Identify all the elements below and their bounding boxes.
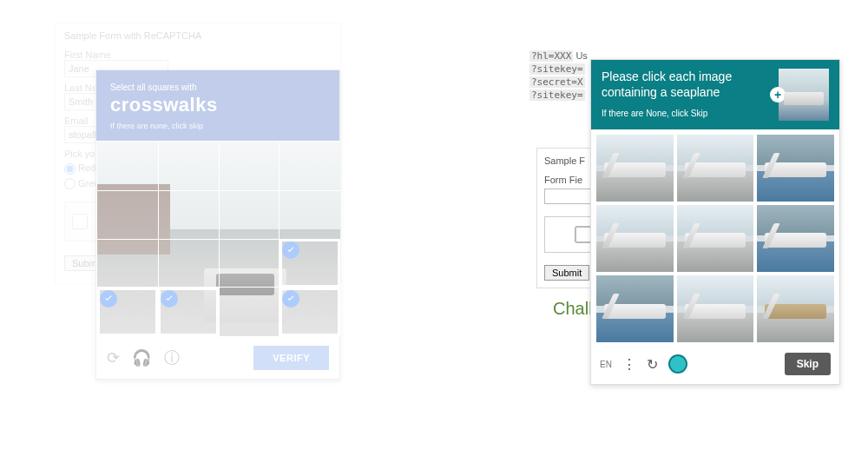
grid-cell[interactable] [158,142,219,190]
grid-cell[interactable] [158,288,219,336]
recaptcha-prompt: Select all squares with crosswalks If th… [96,70,339,141]
grid-cell[interactable] [97,142,158,190]
challenge-heading: Chall [553,299,593,319]
captcha-tile[interactable] [757,275,834,342]
captcha-badge-icon[interactable] [668,354,687,374]
grid-cell[interactable] [279,288,340,336]
grid-cell[interactable] [219,239,279,288]
recaptcha-footer: ⟳ 🎧 ⓘ VERIFY [96,337,339,379]
refresh-icon[interactable]: ⟳ [107,348,120,367]
image-captcha-grid [591,129,839,347]
grid-cell[interactable] [158,190,219,239]
image-captcha-prompt: Please click each image containing a sea… [591,60,839,129]
color-radio-red[interactable] [64,163,76,175]
recaptcha-checkbox-icon[interactable] [72,214,88,229]
menu-icon[interactable]: ⋮ [622,356,636,373]
image-captcha-challenge: Please click each image containing a sea… [590,59,840,385]
zoom-icon[interactable]: + [770,87,786,103]
grid-cell[interactable] [97,288,158,336]
color-radio-green[interactable] [64,178,76,189]
grid-cell[interactable] [219,190,279,239]
grid-cell[interactable] [97,239,158,288]
captcha-tile[interactable] [596,135,674,202]
grid-cell[interactable] [279,239,340,288]
captcha-tile[interactable] [677,135,754,202]
language-label: EN [600,360,612,369]
recaptcha-target: crosswalks [110,94,326,116]
recaptcha-image-grid [97,142,340,336]
grid-cell[interactable] [279,190,340,239]
skip-button[interactable]: Skip [785,353,831,375]
reference-image: + [779,69,829,121]
grid-cell[interactable] [279,142,340,190]
info-icon[interactable]: ⓘ [164,347,180,368]
captcha-tile[interactable] [757,135,834,202]
captcha-tile[interactable] [757,205,834,272]
grid-cell[interactable] [158,239,219,288]
captcha-tile[interactable] [677,275,754,342]
grid-cell[interactable] [219,288,279,336]
refresh-icon[interactable]: ↻ [647,356,658,373]
grid-cell[interactable] [219,142,279,190]
form-title: Sample Form with ReCAPTCHA [64,30,332,41]
right-submit-button[interactable]: Submit [544,265,589,281]
captcha-tile[interactable] [596,205,674,272]
captcha-tile[interactable] [677,205,754,272]
image-captcha-footer: EN ⋮ ↻ Skip [591,347,839,384]
captcha-tile[interactable] [596,275,674,342]
first-name-label: First Name [64,50,332,60]
audio-icon[interactable]: 🎧 [132,348,151,367]
recaptcha-challenge: Select all squares with crosswalks If th… [95,69,340,380]
verify-button[interactable]: VERIFY [253,346,329,370]
checkbox-icon[interactable] [575,226,592,243]
grid-cell[interactable] [97,190,158,239]
